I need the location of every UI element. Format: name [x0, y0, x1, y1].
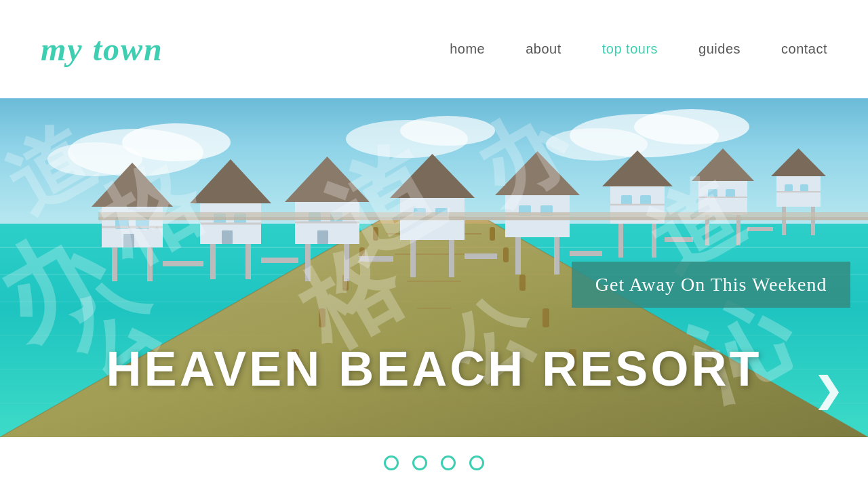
svg-rect-58: [317, 230, 328, 244]
nav-guides[interactable]: guides: [698, 41, 741, 57]
svg-rect-37: [163, 261, 203, 266]
svg-rect-63: [449, 240, 454, 277]
svg-point-7: [634, 109, 749, 144]
svg-rect-24: [490, 227, 495, 241]
svg-rect-82: [640, 195, 651, 205]
header: my town home about top tours guides cont…: [0, 0, 868, 98]
slider-dot-4[interactable]: [469, 455, 484, 470]
svg-rect-71: [554, 237, 559, 274]
svg-rect-62: [410, 240, 416, 277]
svg-rect-97: [800, 184, 808, 192]
svg-rect-35: [112, 247, 117, 281]
svg-rect-29: [319, 308, 326, 327]
slider-dot-3[interactable]: [441, 455, 456, 470]
hero-tagline: Get Away On This Weekend: [595, 274, 827, 295]
svg-rect-45: [245, 244, 251, 279]
svg-rect-95: [811, 207, 815, 235]
nav-about[interactable]: about: [526, 41, 561, 57]
hero-section: 道 格 办 公 道 格 办 公 道 沁 Get Away On This Wee…: [0, 98, 868, 437]
svg-rect-72: [570, 251, 602, 256]
svg-rect-53: [305, 244, 311, 281]
svg-rect-28: [519, 274, 526, 291]
svg-rect-70: [515, 237, 521, 274]
svg-rect-79: [652, 224, 656, 258]
slider-dots: [0, 437, 868, 488]
nav-top-tours[interactable]: top tours: [602, 41, 658, 57]
hero-title: HEAVEN BEACH RESORT: [106, 341, 762, 396]
svg-rect-78: [618, 224, 623, 258]
svg-rect-55: [359, 256, 393, 262]
svg-rect-23: [373, 227, 378, 241]
svg-rect-81: [621, 195, 632, 205]
svg-rect-40: [123, 234, 134, 247]
hero-tagline-box: Get Away On This Weekend: [572, 262, 851, 308]
svg-rect-44: [210, 244, 216, 279]
svg-rect-80: [665, 237, 693, 242]
navigation: home about top tours guides contact: [450, 41, 827, 57]
logo[interactable]: my town: [41, 30, 163, 68]
hero-arrow-icon[interactable]: ❯: [814, 371, 842, 410]
nav-home[interactable]: home: [450, 41, 485, 57]
svg-rect-46: [261, 258, 298, 263]
svg-rect-26: [503, 247, 509, 262]
svg-rect-54: [344, 244, 349, 281]
nav-contact[interactable]: contact: [781, 41, 827, 57]
svg-rect-100: [98, 217, 868, 220]
svg-rect-64: [465, 253, 497, 259]
svg-rect-49: [222, 230, 233, 244]
svg-rect-36: [147, 247, 153, 281]
svg-rect-88: [747, 227, 773, 231]
svg-point-5: [400, 116, 495, 146]
svg-rect-94: [782, 207, 786, 235]
slider-dot-1[interactable]: [384, 455, 399, 470]
slider-dot-2[interactable]: [412, 455, 427, 470]
svg-rect-96: [785, 184, 793, 192]
svg-rect-30: [542, 308, 549, 327]
